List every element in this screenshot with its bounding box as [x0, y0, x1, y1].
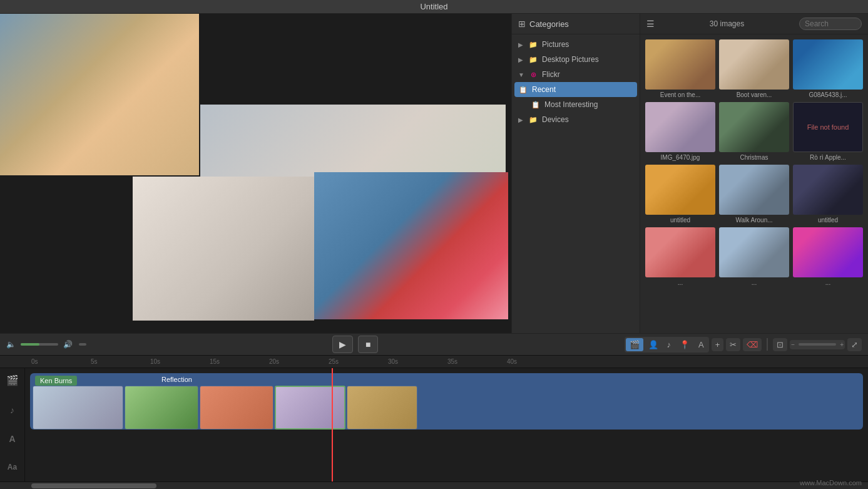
- arrow-icon: ▶: [518, 56, 524, 63]
- image-label: ...: [645, 279, 715, 286]
- arrow-icon: ▶: [518, 116, 524, 123]
- sidebar-item-recent[interactable]: 📋 Recent: [514, 82, 637, 97]
- image-label: Walk Aroun...: [719, 217, 789, 224]
- track-background: Ken Burns Reflection: [30, 373, 863, 430]
- image-label: ...: [719, 279, 789, 286]
- clip-baby2-selected[interactable]: [275, 386, 345, 430]
- ruler-mark-35s: 35s: [447, 358, 457, 365]
- toolbar: 🔈 🔊 ▶ ■ 🎬 👤 ♪ 📍 A + ✂ ⌫ ⊡: [0, 333, 868, 356]
- ruler-mark-5s: 5s: [91, 358, 98, 365]
- preview-photo-1: [0, 14, 199, 175]
- zoom-slider[interactable]: [799, 343, 836, 346]
- sidebar-item-label: Flickr: [542, 70, 560, 79]
- image-label: IMG_6470.jpg: [645, 154, 715, 161]
- sidebar-item-most-interesting[interactable]: 📋 Most Interesting: [512, 97, 640, 112]
- clip-flowers[interactable]: [125, 386, 198, 430]
- clip-cat[interactable]: [347, 386, 417, 430]
- folder-blue-icon: 📋: [518, 85, 528, 95]
- sidebar-right: ⊞ Categories ▶ 📁 Pictures ▶ 📁 Desktop Pi: [511, 14, 868, 333]
- top-section: ⊞ Categories ▶ 📁 Pictures ▶ 📁 Desktop Pi: [0, 14, 868, 333]
- list-item[interactable]: ...: [719, 227, 789, 286]
- list-item[interactable]: File not found Rò rì Apple...: [793, 102, 863, 161]
- fullscreen-btn[interactable]: ⤢: [847, 338, 862, 351]
- sidebar-item-label: Pictures: [542, 40, 569, 49]
- media-type-group: 🎬 👤 ♪ 📍 A: [625, 337, 709, 353]
- list-item[interactable]: Event on the...: [645, 39, 715, 98]
- ruler-mark-30s: 30s: [388, 358, 398, 365]
- clip-spacer: [419, 386, 860, 430]
- sidebar-item-label: Recent: [532, 85, 556, 94]
- list-item[interactable]: untitled: [793, 165, 863, 224]
- tracks-content: Ken Burns Reflection: [25, 368, 868, 481]
- search-input[interactable]: [799, 18, 862, 30]
- ruler-mark-15s: 15s: [210, 358, 220, 365]
- list-item[interactable]: ...: [645, 227, 715, 286]
- folder-icon: 📁: [528, 54, 538, 64]
- ruler-mark-0s: 0s: [31, 358, 38, 365]
- title-bar: Untitled: [0, 0, 868, 14]
- video-clip-btn[interactable]: 🎬: [626, 338, 643, 351]
- sidebar-item-label: Most Interesting: [544, 100, 598, 109]
- volume-slider[interactable]: [21, 343, 58, 346]
- title-btn[interactable]: A: [695, 338, 708, 351]
- delete-btn[interactable]: ⌫: [743, 338, 762, 351]
- preview-area: [0, 14, 511, 333]
- images-header: ☰ 30 images: [640, 14, 868, 34]
- track-label-left: Ken Burns: [35, 376, 77, 386]
- clip-baby[interactable]: [33, 386, 123, 430]
- watermark: www.MacDown.com: [800, 479, 862, 486]
- list-view-icon: ☰: [646, 19, 655, 29]
- ruler-mark-25s: 25s: [329, 358, 339, 365]
- image-label: Christmas: [719, 154, 789, 161]
- image-label: Boot varen...: [719, 91, 789, 98]
- add-clip-btn[interactable]: +: [712, 338, 724, 351]
- toolbar-center: ▶ ■: [332, 336, 378, 353]
- list-item[interactable]: untitled: [645, 165, 715, 224]
- image-label: untitled: [793, 217, 863, 224]
- audio-clip-btn[interactable]: 👤: [645, 338, 662, 351]
- play-button[interactable]: ▶: [332, 336, 353, 353]
- scissors-btn[interactable]: ✂: [726, 338, 740, 351]
- stop-button[interactable]: ■: [358, 336, 378, 353]
- list-item[interactable]: Boot varen...: [719, 39, 789, 98]
- sidebar-item-label: Desktop Pictures: [542, 55, 599, 64]
- track-clips: [30, 386, 863, 430]
- timeline-section: 0s 5s 10s 15s 20s 25s 30s 35s 40s 🎬 ♪ A …: [0, 356, 868, 489]
- preview-photo-3: [133, 177, 314, 321]
- text-track: [30, 460, 863, 481]
- arrow-icon: ▼: [518, 71, 524, 78]
- device-icon: 📁: [528, 115, 538, 125]
- timeline-scrollbar[interactable]: [0, 481, 868, 489]
- sidebar-item-devices[interactable]: ▶ 📁 Devices: [512, 112, 640, 127]
- volume-tick: [79, 343, 86, 346]
- music-btn[interactable]: ♪: [663, 338, 675, 351]
- fit-btn[interactable]: ⊡: [773, 338, 787, 351]
- categories-header: ⊞ Categories: [512, 14, 640, 34]
- track-icons: 🎬 ♪ A Aa: [0, 368, 25, 481]
- list-item[interactable]: G08A5438.j...: [793, 39, 863, 98]
- clip-playground[interactable]: [200, 386, 273, 430]
- list-item[interactable]: Christmas: [719, 102, 789, 161]
- categories-list: ▶ 📁 Pictures ▶ 📁 Desktop Pictures ▼ ⊛: [512, 34, 640, 130]
- title-track-icon: A: [9, 434, 15, 444]
- flickr-icon: ⊛: [528, 69, 538, 80]
- map-btn[interactable]: 📍: [676, 338, 693, 351]
- list-item[interactable]: IMG_6470.jpg: [645, 102, 715, 161]
- categories-title: Categories: [529, 19, 569, 29]
- sidebar-item-flickr[interactable]: ▼ ⊛ Flickr: [512, 67, 640, 82]
- divider: [767, 338, 768, 351]
- images-panel: ☰ 30 images Event on the... Boot varen..…: [640, 14, 868, 333]
- list-item[interactable]: ...: [793, 227, 863, 286]
- scrollbar-thumb[interactable]: [31, 483, 156, 488]
- video-track: Ken Burns Reflection: [30, 373, 863, 430]
- photo-grid: [0, 14, 511, 333]
- sidebar-item-desktop-pictures[interactable]: ▶ 📁 Desktop Pictures: [512, 52, 640, 67]
- arrow-icon: ▶: [518, 41, 524, 48]
- timeline-ruler: 0s 5s 10s 15s 20s 25s 30s 35s 40s: [0, 356, 868, 368]
- timeline-tracks: 🎬 ♪ A Aa Ken Burns Reflection: [0, 368, 868, 481]
- list-item[interactable]: Walk Aroun...: [719, 165, 789, 224]
- image-label: Rò rì Apple...: [793, 154, 863, 161]
- sidebar-item-label: Devices: [542, 115, 569, 124]
- sidebar-item-pictures[interactable]: ▶ 📁 Pictures: [512, 37, 640, 52]
- window-title: Untitled: [420, 2, 447, 11]
